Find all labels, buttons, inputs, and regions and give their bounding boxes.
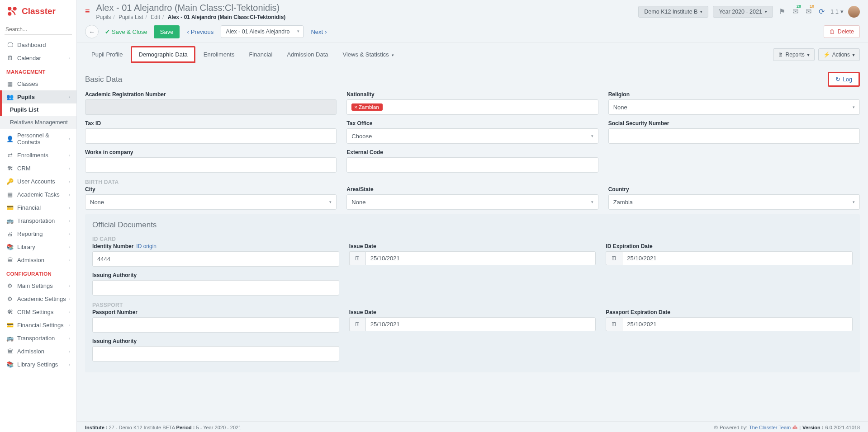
nav-heading-management: MANAGEMENT (0, 65, 76, 77)
remove-icon[interactable]: × (354, 104, 357, 110)
taxid-input[interactable] (90, 133, 332, 140)
calendar-icon[interactable]: 🗓 (349, 317, 365, 331)
nav-transportation2[interactable]: 🚌Transportation‹ (0, 332, 76, 345)
input-pass-issuing[interactable] (92, 346, 339, 362)
nav-transportation[interactable]: 🚌Transportation‹ (0, 214, 76, 227)
nav-crm[interactable]: 🛠CRM‹ (0, 162, 76, 175)
previous-button[interactable]: ‹Previous (183, 25, 217, 38)
input-extcode[interactable] (346, 157, 598, 173)
idno-input[interactable] (97, 256, 334, 263)
actions-label: Actions (832, 52, 850, 58)
nav-crm-settings[interactable]: 🛠CRM Settings‹ (0, 305, 76, 319)
label-id-exp: ID Expiration Date (606, 243, 853, 249)
select-country[interactable]: Zambia (608, 194, 860, 210)
tab-views[interactable]: Views & Statistics ▾ (336, 47, 400, 61)
date-value[interactable]: 25/10/2021 (622, 251, 853, 265)
delete-button[interactable]: 🗑Delete (824, 25, 860, 38)
flag-icon[interactable]: ⚑ (778, 7, 787, 16)
issuing-input[interactable] (97, 285, 334, 291)
label-pass-issue: Issue Date (349, 309, 596, 315)
inbox-out-icon[interactable]: ✉10 (804, 7, 813, 16)
nav-useraccounts[interactable]: 🔑User Accounts‹ (0, 175, 76, 188)
chevron-icon: ‹ (69, 179, 70, 184)
ssn-input[interactable] (613, 133, 855, 140)
input-pass-no[interactable] (92, 317, 339, 333)
nav-financial-settings[interactable]: 💳Financial Settings‹ (0, 319, 76, 332)
nav-admission[interactable]: 🏛Admission‹ (0, 254, 76, 267)
actions-dropdown[interactable]: ⚡Actions▾ (818, 48, 860, 61)
back-button[interactable]: ← (85, 25, 99, 38)
search-input[interactable] (5, 24, 72, 35)
nav-calendar[interactable]: 🗓Calendar‹ (0, 52, 76, 65)
year-selector[interactable]: Year 2020 - 2021▾ (713, 6, 773, 18)
nav-personnel[interactable]: 👤Personnel & Contacts‹ (0, 129, 76, 149)
footer-team-link[interactable]: The Classter Team (749, 425, 791, 430)
sync-icon[interactable]: ⟳ (817, 7, 826, 16)
date-pass-exp[interactable]: 🗓25/10/2021 (606, 317, 853, 331)
tab-demographic[interactable]: Demographic Data (131, 46, 195, 63)
save-button[interactable]: Save (154, 25, 180, 38)
input-works[interactable] (85, 157, 337, 173)
crumb-edit[interactable]: Edit (151, 14, 160, 20)
nav-dashboard[interactable]: 🖵Dashboard (0, 38, 76, 52)
institute-selector[interactable]: Demo K12 Institute B▾ (638, 6, 708, 18)
nav-classes[interactable]: ▦Classes (0, 77, 76, 90)
record-selector[interactable]: Alex - 01 Alexis Alejandro (221, 25, 304, 38)
passno-input[interactable] (97, 322, 334, 329)
crumb-pupils[interactable]: Pupils (96, 14, 111, 20)
nav-financial[interactable]: 💳Financial‹ (0, 201, 76, 214)
nav-pupils-list[interactable]: Pupils List (0, 103, 76, 116)
hamburger-icon[interactable]: ≡ (85, 7, 90, 16)
nav-reporting[interactable]: 🖨Reporting‹ (0, 227, 76, 240)
tag-nationality[interactable]: ×Zambian (351, 103, 382, 111)
select-area[interactable]: None (346, 194, 598, 210)
books-icon: 📚 (6, 361, 14, 368)
nav-main-settings[interactable]: ⚙Main Settings‹ (0, 279, 76, 292)
date-id-issue[interactable]: 🗓25/10/2021 (349, 251, 596, 265)
input-tax-id[interactable] (85, 128, 337, 144)
date-value[interactable]: 25/10/2021 (365, 251, 596, 265)
pass-issuing-input[interactable] (97, 351, 334, 357)
calendar-icon[interactable]: 🗓 (606, 317, 622, 331)
inbox-in-icon[interactable]: ✉28 (791, 7, 800, 16)
nav-admission2[interactable]: 🏛Admission‹ (0, 345, 76, 358)
input-nationality[interactable]: ×Zambian (346, 99, 598, 115)
tab-financial[interactable]: Financial (242, 47, 279, 61)
extcode-input[interactable] (351, 162, 593, 169)
select-tax-office[interactable]: Choose (346, 128, 598, 144)
avatar[interactable] (848, 6, 860, 18)
field-city: City None (85, 186, 337, 210)
nav-academic-tasks[interactable]: ▤Academic Tasks‹ (0, 188, 76, 201)
nav-pupils[interactable]: 👥Pupils‹ (0, 90, 76, 103)
select-city[interactable]: None (85, 194, 337, 210)
nav-academic-settings[interactable]: ⚙Academic Settings‹ (0, 292, 76, 305)
sidebar-search[interactable] (5, 24, 72, 35)
nav-library-settings[interactable]: 📚Library Settings‹ (0, 358, 76, 371)
input-id-no[interactable] (92, 251, 339, 267)
works-input[interactable] (90, 162, 332, 169)
date-pass-issue[interactable]: 🗓25/10/2021 (349, 317, 596, 331)
logo[interactable]: Classter (0, 0, 76, 23)
input-ssn[interactable] (608, 128, 860, 144)
log-button[interactable]: ↻Log (828, 72, 860, 87)
next-button[interactable]: Next› (307, 25, 330, 38)
tab-enrollments[interactable]: Enrollments (197, 47, 241, 61)
reports-dropdown[interactable]: 🗎Reports▾ (773, 48, 815, 61)
select-religion[interactable]: None (608, 99, 860, 115)
nav-relatives[interactable]: Relatives Management (0, 116, 76, 129)
tasks-icon: ▤ (6, 191, 14, 198)
tab-admission[interactable]: Admission Data (280, 47, 334, 61)
calendar-icon[interactable]: 🗓 (606, 251, 622, 265)
link-id-origin[interactable]: ID origin (136, 243, 157, 249)
user-menu[interactable]: 1 1 ▾ (830, 8, 844, 15)
nav-library[interactable]: 📚Library‹ (0, 240, 76, 254)
tab-profile[interactable]: Pupil Profile (85, 47, 129, 61)
calendar-icon[interactable]: 🗓 (349, 251, 365, 265)
nav-enrollments[interactable]: ⇄Enrollments‹ (0, 149, 76, 162)
date-value[interactable]: 25/10/2021 (365, 317, 596, 331)
date-id-exp[interactable]: 🗓25/10/2021 (606, 251, 853, 265)
date-value[interactable]: 25/10/2021 (622, 317, 853, 331)
save-close-button[interactable]: ✔ Save & Close (102, 28, 150, 35)
input-id-issuing[interactable] (92, 280, 339, 296)
crumb-list[interactable]: Pupils List (119, 14, 143, 20)
